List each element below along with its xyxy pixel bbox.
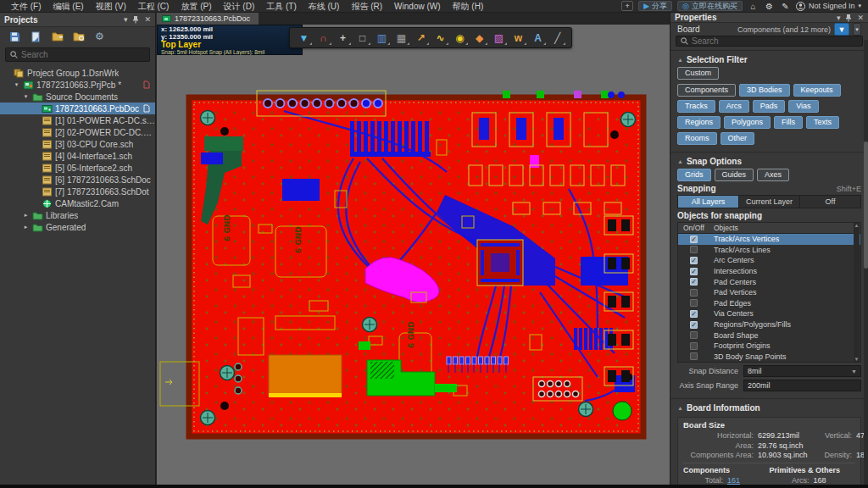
checkbox[interactable] [690,246,698,253]
filter-chip-custom[interactable]: Custom [677,67,719,80]
menubar-item-2[interactable]: 视图 (V) [90,0,132,13]
filter-chip-keepouts[interactable]: Keepouts [793,84,841,97]
tree-expand-icon[interactable]: ▾ [22,93,30,100]
snap-object-row-2[interactable]: ✓Arc Centers [678,255,860,266]
menubar-item-5[interactable]: 设计 (D) [218,0,261,13]
selection-filter-header[interactable]: ▲ Selection Filter [677,53,861,67]
tree-item-4[interactable]: [1] 01-POWER AC-DC.sch [0,114,155,126]
close-panel-icon[interactable]: ✕ [857,14,864,22]
tree-item-9[interactable]: [6] 17872310663.SchDoc [0,174,155,186]
snap-object-row-0[interactable]: ✓Track/Arcs Vertices [678,234,860,245]
checkbox[interactable] [690,289,698,297]
meander-icon[interactable]: ∿ [431,30,449,46]
filter-chip-rooms[interactable]: Rooms [677,132,717,145]
selection-filter-icon[interactable]: ▼ [295,30,313,46]
list-scrollbar[interactable]: ▲▼ [854,223,860,362]
tree-item-12[interactable]: ▸Libraries [0,209,155,221]
text-icon[interactable]: A [529,30,547,46]
room-icon[interactable]: ▨ [490,30,508,46]
pin-icon[interactable] [845,14,852,22]
tree-item-1[interactable]: ▾17872310663.PrjPcb * [0,79,155,91]
checkbox[interactable] [690,299,698,307]
tree-item-8[interactable]: [5] 05-Interface2.sch [0,162,155,174]
menubar-item-7[interactable]: 布线 (U) [303,0,346,13]
panel-scrollbar[interactable] [864,40,868,485]
menubar-item-3[interactable]: 工程 (C) [132,0,175,13]
tree-expand-icon[interactable]: ▸ [22,224,30,230]
panel-settings-gear-icon[interactable]: ⚙ [93,30,106,43]
checkbox[interactable]: ✓ [690,236,698,243]
axis-snap-range-input[interactable] [748,381,857,390]
menubar-item-8[interactable]: 报告 (R) [345,0,388,13]
tree-item-3[interactable]: 17872310663.PcbDoc [0,103,155,114]
filter-chip-other[interactable]: Other [721,132,755,145]
snap-object-row-5[interactable]: Pad Vertices [678,287,860,298]
share-button[interactable]: ▶ 分享 [638,1,672,11]
menubar-item-4[interactable]: 放置 (P) [175,0,217,13]
interactive-route-icon[interactable]: ↗ [412,30,430,46]
checkbox[interactable]: ✓ [690,321,698,329]
pen-icon[interactable]: ✎ [780,1,791,12]
board-information-header[interactable]: ▲ Board Information [677,402,861,415]
checkbox[interactable]: ✓ [690,310,698,318]
properties-search[interactable] [676,36,863,47]
snap-button-guides[interactable]: Guides [715,169,754,181]
filter-chip-vias[interactable]: Vias [788,100,818,113]
properties-search-input[interactable] [692,36,858,46]
magnet-snap-icon[interactable]: ∩ [314,30,332,46]
new-document-button[interactable]: + [621,1,633,11]
snap-object-row-1[interactable]: Track/Arcs Lines [678,245,860,256]
object-filter-dropdown[interactable]: ▾ [853,23,861,36]
filter-chip-components[interactable]: Components [677,84,736,97]
orange-region[interactable] [269,355,342,397]
tree-item-10[interactable]: [7] 17872310663.SchDot [0,186,155,197]
snap-options-header[interactable]: ▲ Snap Options [677,155,861,169]
components-total-link[interactable]: 161 [727,476,770,485]
sign-in-menu[interactable]: Not Signed In ▾ [796,2,861,11]
menubar-item-10[interactable]: 帮助 (H) [447,0,490,13]
tree-expand-icon[interactable]: ▾ [13,81,20,88]
pin-icon[interactable] [132,15,139,24]
pcb-editor-canvas[interactable]: 17872310663.PcbDoc [157,13,670,485]
selection-rect-icon[interactable]: □ [353,30,371,46]
checkbox[interactable] [690,331,698,339]
add-folder-icon[interactable] [51,30,64,43]
crosshair-icon[interactable]: + [334,30,352,46]
projects-search[interactable] [5,47,150,62]
filter-chip-polygons[interactable]: Polygons [724,116,771,129]
document-tab[interactable]: 17872310663.PcbDoc [157,13,259,25]
pcb-board-drawing[interactable]: 6 GND 6 GND 6 GND [157,13,670,485]
checkbox[interactable]: ✓ [690,278,698,286]
tree-item-7[interactable]: [4] 04-Interface1.sch [0,150,155,162]
snapping-layer-current-layer[interactable]: Current Layer [739,196,800,208]
tree-item-11[interactable]: CAMtastic2.Cam [0,197,155,209]
tree-expand-icon[interactable]: ▸ [22,212,30,219]
snap-object-row-6[interactable]: Pad Edges [678,298,860,309]
menubar-item-1[interactable]: 编辑 (E) [47,0,90,13]
snap-object-row-9[interactable]: Board Shape [678,330,860,341]
tree-item-6[interactable]: [3] 03-CPU Core.sch [0,138,155,150]
column-chart-icon[interactable]: ▥ [373,30,391,46]
open-folder-icon[interactable] [72,30,85,43]
axis-snap-range-field[interactable] [743,380,861,391]
panel-menu-icon[interactable]: ▾ [124,15,128,24]
filter-chip-pads[interactable]: Pads [753,100,786,113]
snap-object-row-11[interactable]: 3D Body Snap Points [678,352,860,363]
snap-object-row-7[interactable]: ✓Via Centers [678,308,860,319]
tree-item-0[interactable]: Project Group 1.DsnWrk [0,67,155,79]
panel-menu-icon[interactable]: ▾ [837,14,841,22]
snapping-layer-off[interactable]: Off [800,196,860,208]
open-document-icon[interactable] [30,30,42,43]
via-icon[interactable]: ◉ [451,30,469,46]
snap-object-row-3[interactable]: ✓Intersections [678,266,860,277]
tree-item-13[interactable]: ▸Generated [0,221,155,233]
snapping-layer-all-layers[interactable]: All Layers [678,196,739,208]
line-icon[interactable]: ╱ [548,30,566,46]
snap-button-axes[interactable]: Axes [757,169,789,181]
home-icon[interactable]: ⌂ [748,1,759,12]
filter-chip-tracks[interactable]: Tracks [677,100,715,113]
buy-online-button[interactable]: ◎ 立即在线购买 [677,1,743,11]
snap-distance-dropdown[interactable]: 8mil ▼ [743,365,861,377]
snap-object-row-10[interactable]: Footprint Origins [678,341,860,352]
wave-icon[interactable]: w [509,30,527,46]
